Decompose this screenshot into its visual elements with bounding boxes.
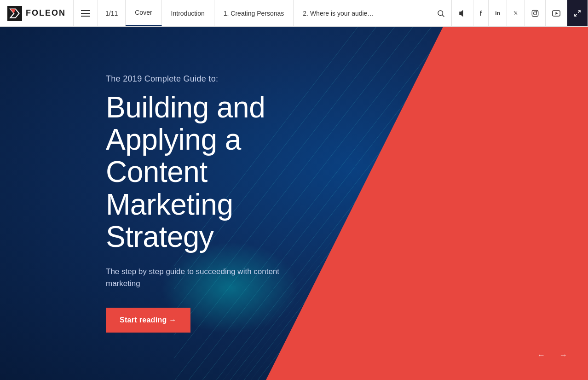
instagram-icon xyxy=(531,10,539,17)
hamburger-icon xyxy=(81,10,90,17)
nav-tabs: Cover Introduction 1. Creating Personas … xyxy=(126,0,429,26)
svg-marker-5 xyxy=(459,10,463,17)
slide-navigation: ← → xyxy=(533,347,571,363)
linkedin-button[interactable]: in xyxy=(489,0,507,26)
youtube-icon xyxy=(552,10,560,17)
tab-creating-personas[interactable]: 1. Creating Personas xyxy=(214,0,294,26)
youtube-button[interactable] xyxy=(546,0,567,26)
facebook-button[interactable]: f xyxy=(473,0,489,26)
next-arrow[interactable]: → xyxy=(555,347,571,363)
hero-content: The 2019 Complete Guide to: Building and… xyxy=(106,74,336,333)
search-button[interactable] xyxy=(430,0,452,26)
prev-arrow[interactable]: ← xyxy=(533,347,549,363)
instagram-button[interactable] xyxy=(525,0,546,26)
audio-icon xyxy=(458,9,467,18)
start-reading-button[interactable]: Start reading → xyxy=(106,308,190,333)
svg-point-7 xyxy=(534,12,537,15)
nav-logo[interactable]: FOLEON xyxy=(0,0,74,26)
logo-text: FOLEON xyxy=(26,8,66,18)
navbar: FOLEON 1/11 Cover Introduction 1. Creati… xyxy=(0,0,588,27)
hero-description: The step by step guide to succeeding wit… xyxy=(106,266,281,289)
hero-title: Building and Applying a Content Marketin… xyxy=(106,91,336,253)
svg-point-8 xyxy=(536,11,537,12)
svg-marker-10 xyxy=(556,12,558,15)
nav-actions: f in 𝕏 xyxy=(430,0,588,26)
svg-point-3 xyxy=(438,11,443,16)
svg-line-4 xyxy=(442,15,444,17)
tab-introduction[interactable]: Introduction xyxy=(162,0,214,26)
expand-button[interactable] xyxy=(567,0,588,26)
twitter-button[interactable]: 𝕏 xyxy=(507,0,525,26)
menu-button[interactable] xyxy=(74,0,98,26)
audio-button[interactable] xyxy=(452,0,473,26)
search-icon xyxy=(437,9,445,18)
hero-section: The 2019 Complete Guide to: Building and… xyxy=(0,27,588,380)
tab-where-audience[interactable]: 2. Where is your audie… xyxy=(294,0,383,26)
page-indicator: 1/11 xyxy=(98,0,126,26)
svg-rect-6 xyxy=(532,10,538,16)
expand-icon xyxy=(574,10,581,17)
tab-cover[interactable]: Cover xyxy=(126,0,161,26)
hero-subtitle: The 2019 Complete Guide to: xyxy=(106,74,336,84)
foleon-logo-icon xyxy=(7,6,22,21)
svg-rect-0 xyxy=(7,6,22,21)
